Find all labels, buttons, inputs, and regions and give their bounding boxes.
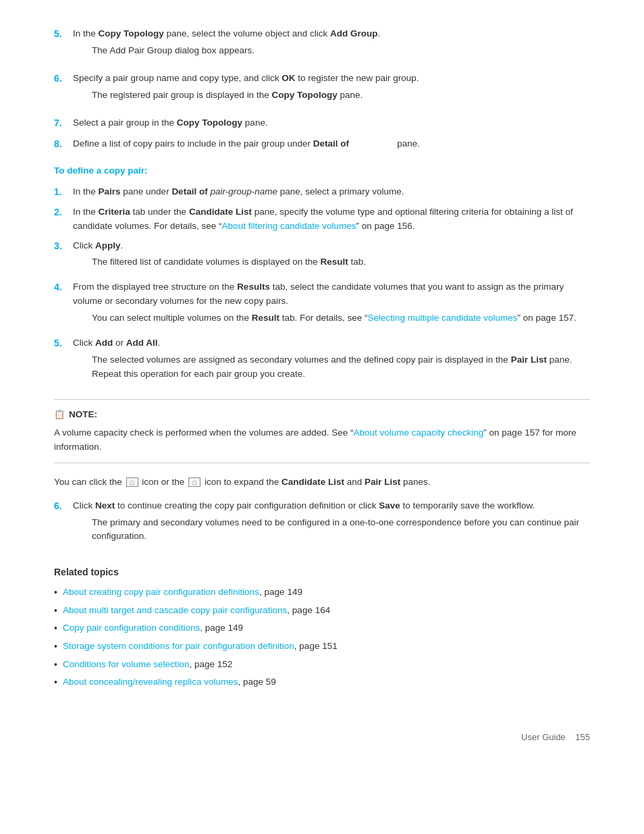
related-link-3[interactable]: Copy pair configuration conditions [63, 623, 200, 633]
related-item-4-text: Storage system conditions for pair confi… [63, 640, 338, 654]
footer-label: User Guide [521, 731, 566, 744]
step-5-text: In the Copy Topology pane, select the vo… [73, 28, 380, 38]
substep-3-num: 3. [54, 239, 73, 254]
substep-4-content: From the displayed tree structure on the… [73, 280, 590, 331]
about-filtering-link[interactable]: About filtering candidate volumes [222, 221, 356, 231]
outer-step-6-content: Click Next to continue creating the copy… [73, 499, 590, 551]
related-item-2-text: About multi target and cascade copy pair… [63, 604, 330, 618]
step-5-num: 5. [54, 27, 73, 42]
related-item-4: • Storage system conditions for pair con… [54, 640, 590, 654]
substep-1-num: 1. [54, 185, 73, 200]
step-7-block: 7. Select a pair group in the Copy Topol… [54, 116, 590, 131]
related-topics-title: Related topics [54, 565, 590, 580]
step-5-block: 5. In the Copy Topology pane, select the… [54, 27, 590, 65]
substep-5-num: 5. [54, 336, 73, 351]
step-8-text: Define a list of copy pairs to include i… [73, 138, 420, 149]
step-6-sub: The registered pair group is displayed i… [92, 88, 590, 103]
outer-step-6-num: 6. [54, 499, 73, 514]
bullet-4: • [54, 640, 57, 654]
step-8-block: 8. Define a list of copy pairs to includ… [54, 137, 590, 152]
note-box: 📋 NOTE: A volume capacity check is perfo… [54, 399, 590, 463]
substep-4-text: From the displayed tree structure on the… [73, 282, 564, 306]
substep-2-num: 2. [54, 205, 73, 220]
substep-5-sub: The selected volumes are assigned as sec… [92, 353, 590, 382]
substep-3-sub: The filtered list of candidate volumes i… [92, 255, 590, 269]
related-item-5-text: Conditions for volume selection, page 15… [63, 658, 232, 672]
note-label: NOTE: [69, 408, 97, 422]
step-6-text: Specify a pair group name and copy type,… [73, 73, 419, 83]
step-8-content: Define a list of copy pairs to include i… [73, 137, 590, 151]
bullet-1: • [54, 585, 57, 600]
related-link-6[interactable]: About concealing/revealing replica volum… [63, 677, 238, 687]
substep-5-content: Click Add or Add All. The selected volum… [73, 336, 590, 387]
related-item-2: • About multi target and cascade copy pa… [54, 604, 590, 619]
outer-step-6-block: 6. Click Next to continue creating the c… [54, 499, 590, 551]
substep-1-content: In the Pairs pane under Detail of pair-g… [73, 185, 590, 199]
substep-2-text: In the Criteria tab under the Candidate … [73, 207, 573, 231]
related-item-6: • About concealing/revealing replica vol… [54, 675, 590, 690]
note-content: A volume capacity check is performed whe… [54, 426, 590, 454]
related-link-2[interactable]: About multi target and cascade copy pair… [63, 605, 287, 615]
expand-icon-2: □ [188, 477, 200, 487]
step-8-num: 8. [54, 137, 73, 152]
selecting-multiple-link[interactable]: Selecting multiple candidate volumes [367, 313, 517, 323]
related-item-5: • Conditions for volume selection, page … [54, 658, 590, 673]
related-item-1: • About creating copy pair configuration… [54, 585, 590, 600]
define-copy-pair-heading: To define a copy pair: [54, 164, 590, 178]
related-item-6-text: About concealing/revealing replica volum… [63, 675, 276, 689]
bullet-6: • [54, 675, 57, 690]
substep-4-sub: You can select multiple volumes on the R… [92, 311, 590, 325]
substep-2-content: In the Criteria tab under the Candidate … [73, 205, 590, 234]
bullet-5: • [54, 658, 57, 673]
note-header: 📋 NOTE: [54, 408, 590, 422]
substep-1-text: In the Pairs pane under Detail of pair-g… [73, 186, 404, 197]
icon-expand-text: You can click the □ icon or the □ icon t… [54, 475, 590, 490]
page-footer: User Guide 155 [54, 731, 590, 744]
substep-3-text: Click Apply. [73, 240, 123, 251]
step-6-num: 6. [54, 72, 73, 86]
substep-4-num: 4. [54, 280, 73, 295]
step-5-content: In the Copy Topology pane, select the vo… [73, 27, 590, 65]
related-item-3: • Copy pair configuration conditions, pa… [54, 621, 590, 636]
outer-step-6-text: Click Next to continue creating the copy… [73, 500, 535, 511]
related-topics-section: Related topics • About creating copy pai… [54, 565, 590, 690]
substep-2-block: 2. In the Criteria tab under the Candida… [54, 205, 590, 234]
substep-4-block: 4. From the displayed tree structure on … [54, 280, 590, 331]
related-item-3-text: Copy pair configuration conditions, page… [63, 621, 243, 635]
related-link-5[interactable]: Conditions for volume selection [63, 659, 190, 669]
step-7-content: Select a pair group in the Copy Topology… [73, 116, 590, 130]
related-topics-list: • About creating copy pair configuration… [54, 585, 590, 690]
note-icon: 📋 [54, 408, 65, 421]
related-link-4[interactable]: Storage system conditions for pair confi… [63, 641, 294, 651]
step-6-content: Specify a pair group name and copy type,… [73, 72, 590, 109]
expand-icon-1: □ [126, 477, 138, 487]
substep-3-block: 3. Click Apply. The filtered list of can… [54, 239, 590, 276]
substep-5-block: 5. Click Add or Add All. The selected vo… [54, 336, 590, 387]
about-volume-capacity-link[interactable]: About volume capacity checking [353, 427, 483, 438]
related-item-1-text: About creating copy pair configuration d… [63, 585, 302, 600]
step-7-num: 7. [54, 116, 73, 131]
substep-5-text: Click Add or Add All. [73, 338, 160, 348]
bullet-2: • [54, 604, 57, 619]
outer-step-6-sub: The primary and secondary volumes need t… [92, 516, 590, 544]
related-link-1[interactable]: About creating copy pair configuration d… [63, 587, 259, 597]
step-5-sub: The Add Pair Group dialog box appears. [92, 44, 590, 58]
substep-3-content: Click Apply. The filtered list of candid… [73, 239, 590, 276]
step-7-text: Select a pair group in the Copy Topology… [73, 118, 268, 128]
substep-1-block: 1. In the Pairs pane under Detail of pai… [54, 185, 590, 200]
footer-page: 155 [575, 731, 590, 744]
bullet-3: • [54, 621, 57, 636]
main-content: 5. In the Copy Topology pane, select the… [54, 27, 590, 744]
step-6-block: 6. Specify a pair group name and copy ty… [54, 72, 590, 109]
